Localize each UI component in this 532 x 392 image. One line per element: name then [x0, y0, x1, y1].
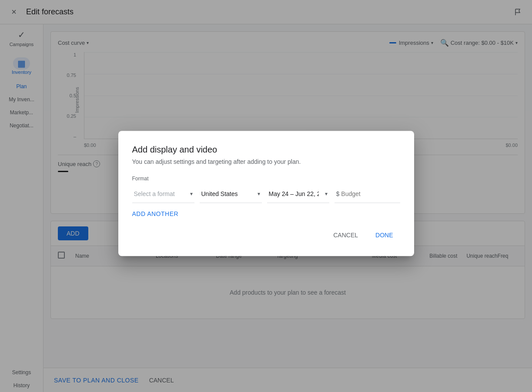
modal-actions: CANCEL DONE: [132, 228, 400, 242]
date-range-select[interactable]: May 24 – Jun 22, 2...: [267, 185, 329, 203]
modal-subtitle: You can adjust settings and targeting af…: [132, 158, 400, 165]
modal-title: Add display and video: [132, 145, 400, 155]
budget-field: $: [335, 186, 400, 203]
modal-cancel-button[interactable]: CANCEL: [326, 228, 365, 242]
location-select[interactable]: United States Canada United Kingdom: [200, 185, 262, 203]
format-select-wrapper: Display Video Audio Select a format ▾: [132, 185, 194, 203]
location-select-wrapper: United States Canada United Kingdom ▾: [200, 185, 262, 203]
format-select[interactable]: Display Video Audio: [132, 185, 194, 203]
modal-done-button[interactable]: DONE: [368, 228, 400, 242]
add-another-button[interactable]: ADD ANOTHER: [132, 210, 179, 217]
format-label: Format: [132, 176, 400, 182]
date-range-select-wrapper: May 24 – Jun 22, 2... ▾: [267, 185, 329, 203]
add-display-video-modal: Add display and video You can adjust set…: [118, 131, 414, 256]
modal-form-row: Display Video Audio Select a format ▾ Un…: [132, 185, 400, 203]
budget-symbol: $: [336, 190, 340, 197]
budget-input[interactable]: [341, 190, 398, 197]
